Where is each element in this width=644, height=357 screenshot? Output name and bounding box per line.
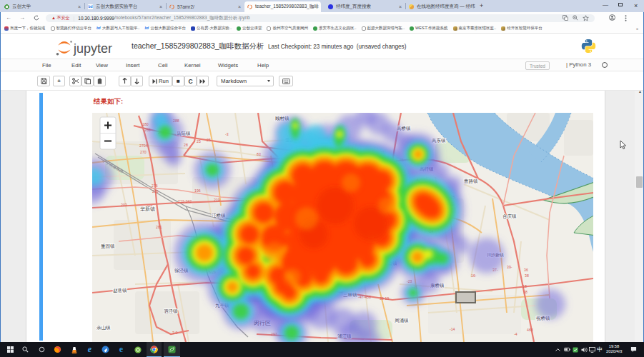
svg-text:-4: -4 [514,332,517,336]
svg-text:合庆镇: 合庆镇 [502,213,517,219]
svg-text:219: 219 [214,198,220,202]
svg-text:180: 180 [142,122,149,126]
svg-text:赵巷镇: 赵巷镇 [113,288,127,293]
svg-text:曹路镇: 曹路镇 [464,178,478,184]
svg-text:2704: 2704 [139,144,148,148]
svg-text:203: 203 [121,203,127,207]
svg-text:华新镇: 华新镇 [140,206,155,212]
svg-text:36: 36 [524,268,528,272]
svg-text:28: 28 [184,143,188,147]
svg-text:216: 216 [152,189,159,193]
svg-text:270: 270 [140,150,147,154]
svg-text:-14: -14 [450,327,455,331]
svg-text:281: 281 [156,225,162,229]
svg-text:jupyter: jupyter [73,41,112,56]
svg-text:38: 38 [525,273,529,278]
svg-text:重固镇: 重固镇 [101,243,115,248]
svg-text:泗泾镇: 泗泾镇 [164,308,178,314]
svg-text:39-19: 39-19 [380,296,389,301]
svg-text:25: 25 [207,138,211,142]
svg-text:-3: -3 [225,132,229,136]
svg-text:25: 25 [197,139,201,144]
svg-text:83: 83 [257,152,261,156]
svg-text:196: 196 [194,188,201,193]
svg-text:468: 468 [527,328,533,332]
svg-text:18: 18 [522,284,527,288]
svg-text:212-242: 212-242 [178,199,192,203]
svg-text:39-: 39- [507,265,512,269]
svg-text:周浦镇: 周浦镇 [395,318,409,323]
svg-text:3-0: 3-0 [172,331,178,335]
svg-text:38: 38 [523,290,527,294]
svg-text:276: 276 [152,183,158,188]
svg-text:佘山镇: 佘山镇 [96,325,111,330]
svg-text:16-: 16- [471,273,477,278]
